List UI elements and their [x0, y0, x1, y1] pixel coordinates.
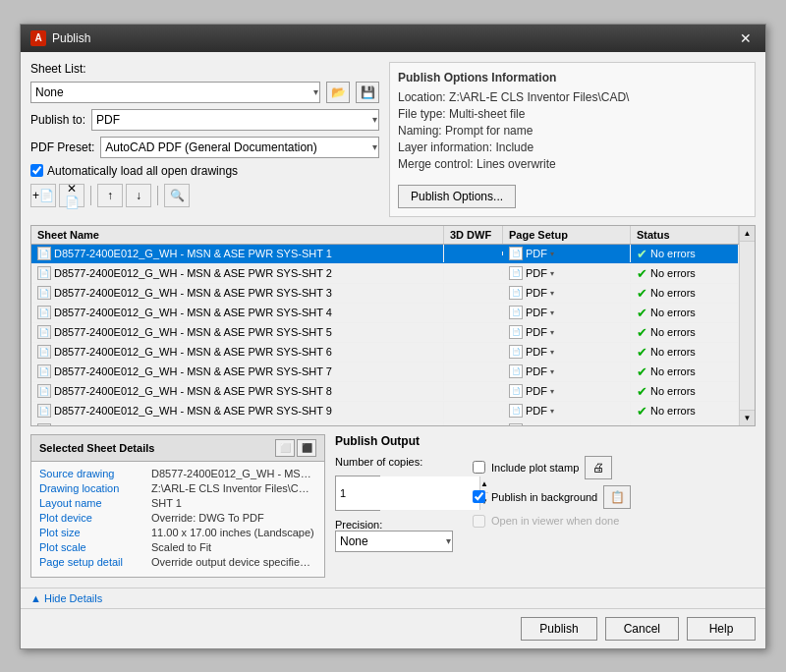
- details-title: Selected Sheet Details: [39, 442, 154, 454]
- move-up-button[interactable]: ↑: [97, 184, 123, 207]
- remove-sheets-button[interactable]: ✕📄: [59, 184, 84, 207]
- page-dropdown-arrow: ▾: [550, 328, 554, 337]
- left-panel: Sheet List: None ▾ 📂 💾: [30, 62, 379, 217]
- table-row[interactable]: 📄D8577-2400E012_G_WH - MSN & ASE PWR SYS…: [31, 304, 739, 323]
- dialog-body: Sheet List: None ▾ 📂 💾: [21, 52, 765, 588]
- table-row[interactable]: 📄D8577-2400E012_G_WH - MSN & ASE PWR SYS…: [31, 284, 739, 304]
- stamp-icon: 🖨: [592, 461, 604, 475]
- sheet-doc-icon: 📄: [37, 306, 51, 319]
- hide-details-button[interactable]: ▲ Hide Details: [30, 592, 102, 604]
- status-cell: ✔No errors: [631, 343, 739, 362]
- bottom-section: Selected Sheet Details ⬜ ⬛ Source drawin…: [30, 434, 756, 578]
- sheet-doc-icon: 📄: [37, 325, 51, 339]
- precision-select-wrapper[interactable]: None ▾: [335, 531, 453, 552]
- details-collapse-button[interactable]: ⬛: [297, 439, 316, 457]
- page-setup-cell: 📄 PDF ▾: [503, 245, 631, 262]
- sheet-list-save-button[interactable]: 💾: [356, 82, 379, 103]
- dialog-title: Publish: [52, 31, 90, 45]
- copies-label: Number of copies:: [335, 456, 422, 468]
- background-publish-label: Publish in background: [491, 491, 597, 503]
- preview-button[interactable]: 🔍: [164, 184, 190, 207]
- cancel-button[interactable]: Cancel: [605, 617, 679, 641]
- publish-options-button[interactable]: Publish Options...: [398, 185, 516, 208]
- output-options-panel: Include plot stamp 🖨 Publish in backgrou…: [473, 456, 756, 552]
- background-settings-button[interactable]: 📋: [603, 485, 631, 509]
- status-cell: ✔No errors: [631, 402, 739, 420]
- status-check-icon: ✔: [637, 404, 647, 419]
- plot-device-row: Plot device Override: DWG To PDF: [39, 512, 316, 524]
- title-bar-left: A Publish: [30, 30, 90, 46]
- merge-label: Merge control:: [398, 157, 474, 171]
- scroll-down-button[interactable]: ▼: [740, 410, 755, 425]
- table-scrollbar[interactable]: ▲ ▼: [739, 226, 755, 425]
- publish-options-panel: Publish Options Information Location: Z:…: [389, 62, 756, 217]
- filetype-row: File type: Multi-sheet file: [398, 107, 747, 121]
- scroll-up-button[interactable]: ▲: [740, 226, 755, 242]
- dwf-cell: [444, 350, 503, 354]
- layout-name-value: SHT 1: [151, 497, 182, 509]
- auto-load-checkbox[interactable]: [30, 164, 43, 177]
- pdf-preset-select-wrapper[interactable]: AutoCAD PDF (General Documentation) ▾: [100, 137, 379, 158]
- page-setup-icon: 📄: [509, 384, 523, 398]
- close-button[interactable]: ✕: [736, 30, 756, 46]
- plot-size-row: Plot size 11.00 x 17.00 inches (Landscap…: [39, 527, 316, 538]
- table-row[interactable]: 📄D8577-2400E012_G_WH - MSN & ASE PWR SYS…: [31, 382, 739, 402]
- publish-to-label: Publish to:: [30, 113, 85, 127]
- layout-name-key: Layout name: [39, 497, 147, 509]
- copies-input[interactable]: [336, 476, 479, 510]
- copies-precision-panel: Number of copies: ▲ ▼: [335, 456, 453, 552]
- publish-to-select[interactable]: PDF: [91, 109, 379, 131]
- details-expand-button[interactable]: ⬜: [275, 439, 295, 457]
- th-status: Status: [631, 226, 739, 244]
- page-setup-icon: 📄: [509, 404, 523, 418]
- sheet-list-select[interactable]: None: [30, 82, 320, 103]
- sheet-list-label: Sheet List:: [30, 62, 86, 76]
- publish-output-title: Publish Output: [335, 434, 756, 448]
- dwf-cell: [444, 330, 503, 334]
- status-check-icon: ✔: [637, 325, 647, 340]
- page-dropdown-arrow: ▾: [550, 269, 554, 278]
- toolbar-sep-1: [90, 186, 91, 205]
- pdf-preset-select[interactable]: AutoCAD PDF (General Documentation): [100, 137, 379, 158]
- table-row[interactable]: 📄 D8577-2400E012_G_WH - MSN & ASE PWR SY…: [31, 245, 739, 264]
- table-row[interactable]: 📄D8577-2400E012_G_WH - MSN & ASE PWR SYS…: [31, 323, 739, 343]
- table-row[interactable]: 📄D8577-2400E012_G_WH - MSN & ASE PWR SYS…: [31, 402, 739, 421]
- table-row[interactable]: 📄D8577-2400E012_G_WH - MSN & ASE PWR SYS…: [31, 343, 739, 363]
- page-setup-detail-row: Page setup detail Override output device…: [39, 556, 316, 568]
- table-row[interactable]: 📄D8577-2400E012_G_WH - MSN & ASE PWR SYS…: [31, 363, 739, 382]
- sheet-list-load-button[interactable]: 📂: [326, 82, 350, 103]
- table-row[interactable]: 📄D8577-2400E012_G_WH - MSN & ASE PWR SYS…: [31, 421, 739, 425]
- status-check-icon: ✔: [637, 306, 647, 320]
- status-cell: ✔No errors: [631, 304, 739, 322]
- publish-button[interactable]: Publish: [521, 617, 596, 641]
- page-dropdown-arrow: ▾: [550, 348, 554, 357]
- background-publish-checkbox[interactable]: [473, 490, 485, 503]
- help-button[interactable]: Help: [687, 617, 756, 641]
- source-drawing-row: Source drawing D8577-2400E012_G_WH - MSN…: [39, 468, 316, 479]
- sheet-list-select-row: None ▾ 📂 💾: [30, 82, 379, 103]
- merge-row: Merge control: Lines overwrite: [398, 157, 747, 171]
- selected-sheet-details-panel: Selected Sheet Details ⬜ ⬛ Source drawin…: [30, 434, 325, 578]
- plot-device-value: Override: DWG To PDF: [151, 512, 264, 524]
- page-setup-cell: 📄PDF▾: [503, 323, 631, 341]
- sheet-name-cell: 📄D8577-2400E012_G_WH - MSN & ASE PWR SYS…: [31, 343, 444, 361]
- add-sheets-button[interactable]: +📄: [30, 184, 56, 207]
- save-icon: 💾: [361, 85, 375, 99]
- page-setup-icon: 📄: [509, 345, 523, 359]
- sheet-list-select-wrapper[interactable]: None ▾: [30, 82, 320, 103]
- table-scroll-area[interactable]: Sheet Name 3D DWF Page Setup Status 📄 D8…: [31, 226, 739, 425]
- sheet-name-cell: 📄D8577-2400E012_G_WH - MSN & ASE PWR SYS…: [31, 402, 444, 420]
- stamp-settings-button[interactable]: 🖨: [585, 456, 612, 479]
- copies-spinner[interactable]: ▲ ▼: [335, 476, 380, 511]
- status-cell: ✔No errors: [631, 421, 739, 425]
- open-viewer-checkbox[interactable]: [473, 515, 485, 528]
- table-row[interactable]: 📄D8577-2400E012_G_WH - MSN & ASE PWR SYS…: [31, 264, 739, 284]
- auto-load-label: Automatically load all open drawings: [47, 164, 238, 178]
- move-down-button[interactable]: ↓: [126, 184, 151, 207]
- naming-label: Naming:: [398, 124, 442, 138]
- publish-to-select-wrapper[interactable]: PDF ▾: [91, 109, 379, 131]
- include-stamp-checkbox[interactable]: [473, 461, 485, 474]
- precision-select[interactable]: None: [335, 531, 453, 552]
- page-setup-icon: 📄: [509, 266, 523, 280]
- sheet-doc-icon: 📄: [37, 404, 51, 418]
